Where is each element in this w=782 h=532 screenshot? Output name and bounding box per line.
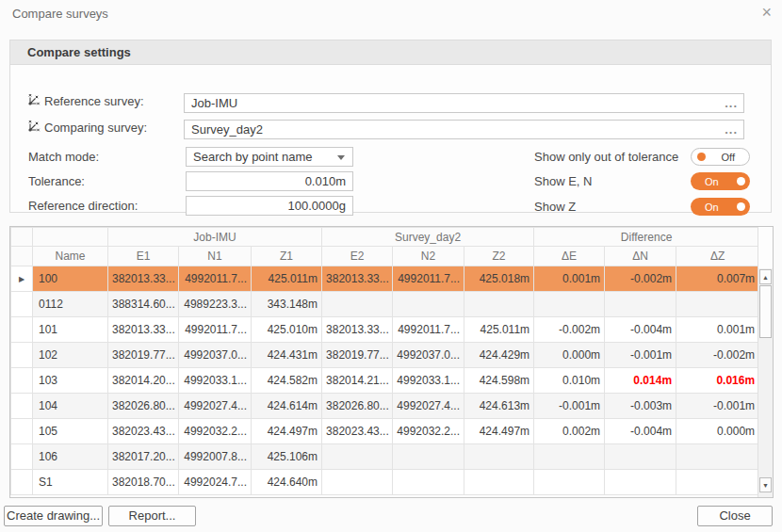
cell-Z1[interactable]: 425.011m	[252, 266, 322, 292]
cell-Z2[interactable]: 424.613m	[464, 394, 534, 419]
column-header-E1[interactable]: E1	[108, 247, 179, 266]
cell-E1[interactable]: 382013.33...	[108, 266, 179, 292]
tolerance-input[interactable]: 0.010m	[186, 171, 353, 191]
cell-ΔE[interactable]: -0.001m	[534, 394, 605, 419]
cell-ΔE[interactable]	[534, 292, 605, 317]
cell-E2[interactable]	[322, 470, 393, 495]
scroll-up-icon[interactable]: ▲	[759, 269, 772, 284]
cell-E2[interactable]: 382019.77...	[322, 343, 393, 368]
cell-Z1[interactable]: 425.106m	[252, 444, 322, 470]
cell-ΔZ[interactable]: 0.016m	[676, 368, 759, 394]
row-selector-cell[interactable]	[11, 470, 33, 495]
row-selector-cell[interactable]	[11, 394, 33, 419]
reference-survey-field[interactable]: Job-IMU ...	[184, 93, 744, 113]
cell-name[interactable]: S1	[33, 470, 108, 495]
cell-N2[interactable]: 4992011.7...	[393, 266, 464, 292]
cell-ΔZ[interactable]	[676, 292, 759, 317]
cell-E1[interactable]: 382019.77...	[108, 343, 179, 368]
cell-N1[interactable]: 4992024.7...	[179, 470, 252, 495]
cell-ΔZ[interactable]: 0.007m	[676, 266, 759, 292]
cell-ΔN[interactable]	[605, 292, 676, 317]
cell-N2[interactable]: 4992032.2...	[393, 419, 464, 444]
cell-E2[interactable]	[322, 444, 393, 470]
row-selector-cell[interactable]	[11, 317, 33, 343]
cell-Z2[interactable]	[464, 470, 534, 495]
cell-N2[interactable]: 4992027.4...	[393, 394, 464, 419]
reference-direction-input[interactable]: 100.0000g	[186, 196, 353, 216]
row-selector-cell[interactable]	[11, 343, 33, 368]
current-row-indicator[interactable]: ▶	[11, 266, 33, 292]
cell-name[interactable]: 100	[33, 266, 108, 292]
cell-N1[interactable]: 4992007.8...	[179, 444, 252, 470]
cell-E2[interactable]: 382023.43...	[322, 419, 393, 444]
cell-ΔN[interactable]: -0.002m	[605, 266, 676, 292]
cell-N1[interactable]: 4992011.7...	[179, 317, 252, 343]
cell-N2[interactable]: 4992037.0...	[393, 343, 464, 368]
column-header-ΔZ[interactable]: ΔZ	[676, 247, 759, 266]
column-header-N1[interactable]: N1	[179, 247, 252, 266]
close-icon[interactable]: ×	[761, 3, 772, 22]
cell-E1[interactable]: 382014.20...	[108, 368, 179, 394]
cell-Z2[interactable]: 424.598m	[464, 368, 534, 394]
reference-survey-browse-button[interactable]: ...	[725, 94, 738, 112]
cell-ΔE[interactable]: 0.010m	[534, 368, 605, 394]
comparing-survey-field[interactable]: Survey_day2 ...	[184, 120, 744, 139]
cell-ΔE[interactable]: 0.002m	[534, 419, 605, 444]
cell-ΔE[interactable]: 0.000m	[534, 343, 605, 368]
cell-E1[interactable]: 382023.43...	[108, 419, 179, 444]
cell-ΔN[interactable]: 0.014m	[605, 368, 676, 394]
create-drawing-button[interactable]: Create drawing...	[4, 506, 103, 526]
cell-ΔZ[interactable]: 0.000m	[676, 419, 759, 444]
row-selector-cell[interactable]	[11, 419, 33, 444]
match-mode-dropdown[interactable]: Search by point name	[186, 147, 353, 167]
cell-ΔN[interactable]	[605, 444, 676, 470]
cell-name[interactable]: 104	[33, 394, 108, 419]
cell-N2[interactable]	[393, 292, 464, 317]
cell-name[interactable]: 102	[33, 343, 108, 368]
scroll-down-icon[interactable]: ▼	[759, 477, 772, 492]
cell-ΔN[interactable]: -0.004m	[605, 317, 676, 343]
cell-ΔZ[interactable]: -0.002m	[676, 343, 759, 368]
cell-E1[interactable]: 382013.33...	[108, 317, 179, 343]
cell-E2[interactable]: 382026.80...	[322, 394, 393, 419]
cell-E2[interactable]: 382013.33...	[322, 317, 393, 343]
cell-name[interactable]: 105	[33, 419, 108, 444]
cell-N1[interactable]: 4992033.1...	[179, 368, 252, 394]
cell-Z1[interactable]: 424.582m	[252, 368, 322, 394]
cell-name[interactable]: 103	[33, 368, 108, 394]
cell-ΔZ[interactable]	[676, 470, 759, 495]
cell-ΔN[interactable]: -0.001m	[605, 343, 676, 368]
cell-Z2[interactable]: 425.011m	[464, 317, 534, 343]
column-header-ΔN[interactable]: ΔN	[605, 247, 676, 266]
cell-N2[interactable]	[393, 470, 464, 495]
scrollbar-thumb[interactable]	[759, 285, 772, 338]
comparing-survey-browse-button[interactable]: ...	[725, 121, 738, 138]
close-button[interactable]: Close	[697, 506, 773, 526]
cell-E2[interactable]: 382013.33...	[322, 266, 393, 292]
cell-N2[interactable]	[393, 444, 464, 470]
cell-N1[interactable]: 4992011.7...	[179, 266, 252, 292]
cell-ΔE[interactable]: 0.001m	[534, 266, 605, 292]
cell-E1[interactable]: 388314.60...	[108, 292, 179, 317]
row-selector-cell[interactable]	[11, 444, 33, 470]
column-header-Z1[interactable]: Z1	[252, 247, 322, 266]
cell-ΔE[interactable]: -0.002m	[534, 317, 605, 343]
cell-ΔZ[interactable]: -0.001m	[676, 394, 759, 419]
cell-ΔZ[interactable]: 0.001m	[676, 317, 759, 343]
cell-E1[interactable]: 382017.20...	[108, 444, 179, 470]
cell-name[interactable]: 101	[33, 317, 108, 343]
cell-Z1[interactable]: 424.640m	[252, 470, 322, 495]
row-selector-cell[interactable]	[11, 292, 33, 317]
column-header-ΔE[interactable]: ΔE	[534, 247, 605, 266]
cell-Z1[interactable]: 424.614m	[252, 394, 322, 419]
column-header-N2[interactable]: N2	[393, 247, 464, 266]
cell-E2[interactable]	[322, 292, 393, 317]
cell-ΔZ[interactable]	[676, 444, 759, 470]
cell-Z2[interactable]	[464, 292, 534, 317]
cell-ΔN[interactable]: -0.003m	[605, 394, 676, 419]
cell-Z1[interactable]: 343.148m	[252, 292, 322, 317]
cell-E1[interactable]: 382026.80...	[108, 394, 179, 419]
show-z-toggle[interactable]: On	[691, 198, 750, 216]
cell-ΔN[interactable]	[605, 470, 676, 495]
column-header-E2[interactable]: E2	[322, 247, 393, 266]
